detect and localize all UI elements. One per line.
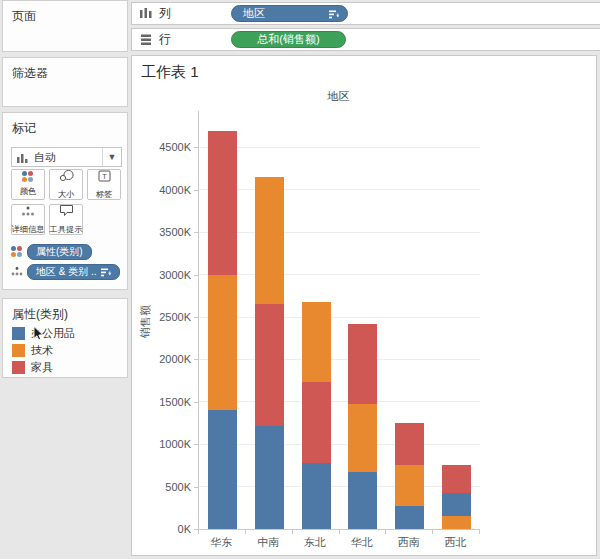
gridline (199, 147, 480, 148)
detail-dots-icon (21, 203, 35, 221)
gridline (199, 189, 480, 190)
marks-button-size-circles[interactable]: 大小 (49, 169, 83, 200)
marks-button-detail-dots[interactable]: 详细信息 (11, 204, 45, 235)
columns-pill-region[interactable]: 地区 (231, 5, 348, 22)
marks-button-tooltip-bubble[interactable]: 工具提示 (49, 204, 83, 235)
stacked-bar-东北[interactable] (302, 302, 331, 529)
legend-color-swatch (12, 361, 25, 374)
filters-shelf[interactable]: 筛选器 (2, 57, 128, 107)
marks-pill-region-category[interactable]: 地区 & 类别 .. (27, 264, 120, 280)
bar-segment-家具[interactable] (442, 465, 471, 492)
bar-segment-家具[interactable] (348, 324, 377, 405)
gridline (199, 317, 480, 318)
y-axis-tick-label: 2500K (132, 311, 191, 323)
tooltip-bubble-icon (59, 203, 74, 221)
mark-type-dropdown[interactable]: 自动 ▼ (11, 147, 122, 167)
bar-segment-家具[interactable] (302, 382, 331, 463)
bar-segment-技术[interactable] (302, 302, 331, 383)
sort-descending-icon (101, 268, 111, 277)
y-axis-tick-label: 4500K (132, 141, 191, 153)
legend-item[interactable]: 技术 (12, 342, 75, 359)
legend-item-label: 技术 (31, 343, 53, 358)
y-axis-tick-label: 1500K (132, 396, 191, 408)
legend-item[interactable]: 家具 (12, 359, 75, 376)
color-legend: 属性(类别) 办公用品技术家具 (2, 298, 128, 378)
bar-segment-技术[interactable] (395, 465, 424, 507)
y-axis-tick-label: 2000K (132, 353, 191, 365)
bar-segment-技术[interactable] (442, 516, 471, 529)
gridline (199, 274, 480, 275)
y-axis-tick-mark (194, 147, 198, 148)
bar-chart-icon (17, 152, 28, 163)
rows-shelf-label: 行 (159, 31, 171, 48)
svg-text:T: T (102, 172, 107, 181)
sort-descending-icon[interactable] (329, 10, 339, 19)
y-axis-tick-label: 0K (132, 523, 191, 535)
y-axis-tick-mark (194, 359, 198, 360)
stacked-bar-西北[interactable] (442, 465, 471, 529)
chevron-down-icon[interactable]: ▼ (102, 148, 121, 166)
rows-pill-label: 总和(销售额) (257, 32, 319, 47)
marks-pill-attribute-category[interactable]: 属性(类别) (27, 244, 92, 260)
marks-button-label[interactable]: T标签 (87, 169, 121, 200)
stacked-bar-华东[interactable] (208, 131, 237, 529)
bar-segment-家具[interactable] (208, 131, 237, 274)
bar-segment-办公用品[interactable] (395, 506, 424, 529)
y-axis-tick-label: 4000K (132, 184, 191, 196)
bar-segment-办公用品[interactable] (442, 493, 471, 517)
stacked-bar-中南[interactable] (255, 177, 284, 529)
bar-segment-技术[interactable] (208, 275, 237, 411)
x-axis-tick-mark (245, 530, 246, 534)
legend-color-swatch (12, 327, 25, 340)
rows-icon (140, 34, 152, 45)
x-axis-category-label: 西南 (386, 535, 432, 550)
size-circles-icon (59, 168, 74, 186)
bar-segment-办公用品[interactable] (255, 426, 284, 529)
marks-card: 标记 自动 ▼ 颜色大小T标签详细信息工具提示 属性(类别) 地区 & 类别 .… (2, 112, 128, 290)
x-axis-category-label: 西北 (433, 535, 479, 550)
y-axis-tick-label: 1000K (132, 438, 191, 450)
columns-shelf[interactable]: 列 地区 (131, 2, 600, 25)
x-axis-tick-mark (339, 530, 340, 534)
bar-segment-办公用品[interactable] (208, 410, 237, 529)
legend-item-label: 家具 (31, 360, 53, 375)
bar-segment-技术[interactable] (348, 404, 377, 472)
rows-shelf[interactable]: 行 总和(销售额) (131, 28, 600, 51)
y-axis-tick-label: 500K (132, 481, 191, 493)
stacked-bar-华北[interactable] (348, 324, 377, 529)
rows-pill-sum-sales[interactable]: 总和(销售额) (231, 31, 346, 48)
y-axis-tick-label: 3500K (132, 226, 191, 238)
legend-color-swatch (12, 344, 25, 357)
bar-segment-家具[interactable] (255, 304, 284, 426)
gridline (199, 359, 480, 360)
pages-shelf[interactable]: 页面 (2, 0, 128, 52)
column-field-header: 地区 (198, 89, 479, 104)
gridline (199, 486, 480, 487)
x-axis-category-label: 中南 (245, 535, 291, 550)
bar-segment-办公用品[interactable] (302, 463, 331, 529)
marks-button-label: 大小 (58, 189, 75, 201)
worksheet-canvas: 工作表 1 地区 销售额 0K500K1000K1500K2000K2500K3… (131, 55, 597, 556)
x-axis-category-label: 东北 (292, 535, 338, 550)
marks-button-color-dots[interactable]: 颜色 (11, 169, 45, 200)
worksheet-title: 工作表 1 (141, 63, 199, 82)
color-mark-dots-icon (11, 246, 23, 258)
plot-area[interactable] (198, 111, 480, 530)
y-axis-tick-mark (194, 190, 198, 191)
marks-pill-label: 属性(类别) (36, 245, 83, 259)
marks-button-label: 颜色 (20, 186, 37, 198)
bar-segment-技术[interactable] (255, 177, 284, 304)
stacked-bar-西南[interactable] (395, 423, 424, 529)
gridline (199, 444, 480, 445)
bar-segment-家具[interactable] (395, 423, 424, 465)
mark-type-value: 自动 (34, 150, 102, 165)
detail-mark-dots-icon (11, 263, 23, 281)
y-axis-tick-mark (194, 444, 198, 445)
marks-button-label: 标签 (96, 189, 113, 201)
legend-item[interactable]: 办公用品 (12, 325, 75, 342)
x-axis-tick-mark (292, 530, 293, 534)
y-axis-tick-mark (194, 232, 198, 233)
marks-pill-label: 地区 & 类别 .. (36, 265, 97, 279)
legend-item-label: 办公用品 (31, 326, 75, 341)
bar-segment-办公用品[interactable] (348, 472, 377, 529)
